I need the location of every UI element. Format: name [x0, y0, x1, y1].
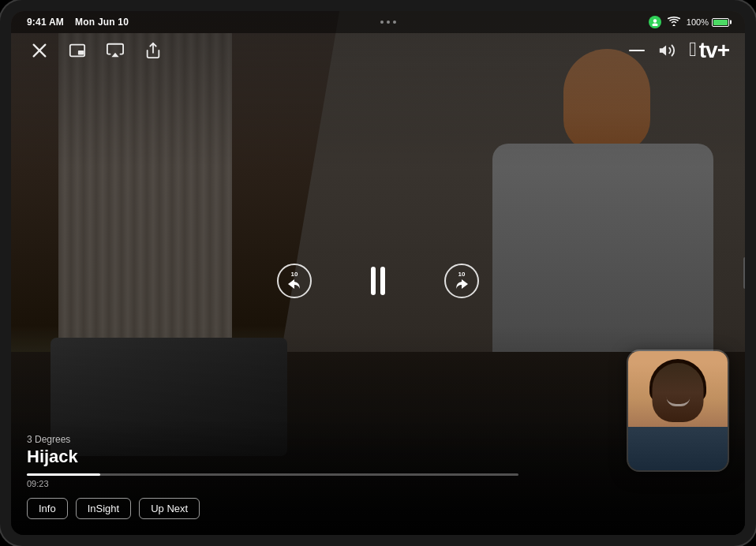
svg-point-1 [652, 24, 657, 27]
ft-body [628, 427, 728, 470]
ipad-frame: 9:41 AM Mon Jun 10 [0, 0, 756, 546]
insight-button[interactable]: InSight [76, 498, 131, 519]
skip-forward-button[interactable]: 10 [444, 264, 479, 298]
svg-rect-5 [78, 50, 84, 55]
action-buttons: Info InSight Up Next [27, 498, 729, 519]
apple-icon:  [689, 37, 696, 62]
status-center-dots [380, 21, 396, 24]
facetime-video [628, 351, 728, 470]
dot-1 [380, 21, 384, 24]
ft-head [653, 363, 704, 422]
center-controls: 10 10 [277, 262, 479, 300]
pause-button[interactable] [359, 262, 397, 300]
skip-back-button[interactable]: 10 [277, 264, 312, 298]
share-button[interactable] [140, 38, 166, 63]
facetime-overlay[interactable] [627, 350, 729, 472]
pause-bar-left [371, 267, 376, 295]
ipad-screen: 9:41 AM Mon Jun 10 [11, 11, 745, 535]
status-right: 100% [649, 16, 729, 28]
info-button[interactable]: Info [27, 498, 68, 519]
pause-icon [371, 267, 385, 295]
progress-bar[interactable] [27, 473, 518, 476]
up-next-button[interactable]: Up Next [139, 498, 200, 519]
pause-bar-right [380, 267, 385, 295]
episode-label: 3 Degrees [27, 434, 729, 445]
dot-2 [387, 21, 390, 24]
show-title: Hijack [27, 447, 729, 467]
svg-marker-8 [660, 46, 666, 56]
svg-marker-6 [111, 53, 118, 58]
top-left-controls [27, 38, 166, 63]
volume-line [629, 50, 645, 51]
volume-button[interactable] [654, 38, 679, 63]
status-time: 9:41 AM Mon Jun 10 [27, 17, 129, 28]
progress-fill [27, 473, 100, 476]
dot-3 [393, 21, 396, 24]
battery-indicator: 100% [687, 17, 729, 27]
tv-plus-text: tv+ [699, 38, 729, 63]
time-display: 09:23 [27, 479, 729, 488]
top-controls:  tv+ [11, 38, 745, 63]
top-right-controls:  tv+ [629, 38, 729, 63]
ft-smile [666, 397, 690, 406]
airplay-button[interactable] [103, 38, 128, 63]
appletv-logo:  tv+ [689, 38, 729, 63]
svg-point-0 [653, 19, 657, 22]
status-bar: 9:41 AM Mon Jun 10 [11, 11, 745, 33]
pip-button[interactable] [65, 38, 90, 63]
wifi-icon [668, 17, 680, 28]
person-connected-icon [649, 16, 661, 28]
side-handle [743, 257, 745, 289]
close-button[interactable] [27, 38, 52, 63]
battery-icon [712, 18, 729, 27]
battery-fill [713, 20, 728, 25]
